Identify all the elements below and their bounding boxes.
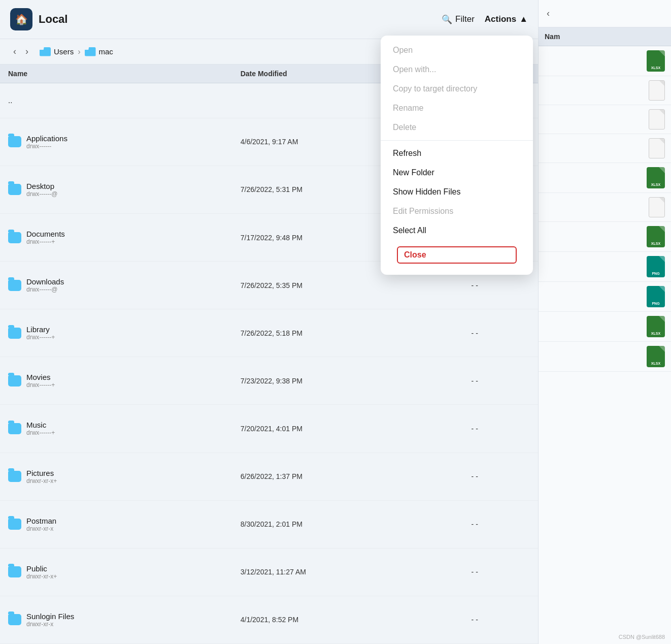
file-permissions: drwx------+: [26, 381, 55, 389]
right-file-item[interactable]: XLSX: [539, 342, 671, 372]
breadcrumb-nav: ‹ ›: [10, 45, 31, 58]
xlsx-file-icon: XLSX: [647, 226, 665, 247]
breadcrumb-separator: ›: [78, 47, 80, 56]
dropdown-item-copy-to-target-directory: Copy to target directory: [381, 79, 533, 99]
file-size: - -: [463, 357, 538, 405]
file-date: 7/23/2022, 9:38 PM: [232, 357, 463, 405]
xlsx-file-icon: XLSX: [647, 50, 665, 72]
right-file-list: XLSXXLSXXLSXPNGPNGXLSXXLSX: [539, 46, 671, 644]
filter-button[interactable]: 🔍 Filter: [442, 14, 475, 25]
folder-icon-users: [40, 47, 51, 56]
folder-icon: [8, 375, 21, 387]
dropdown-item-show-hidden-files[interactable]: Show Hidden Files: [381, 182, 533, 202]
file-name: Movies: [26, 373, 55, 381]
app-icon: 🏠: [10, 8, 32, 30]
file-date: 4/1/2021, 8:52 PM: [232, 596, 463, 643]
folder-icon: [8, 519, 21, 530]
folder-icon: [8, 328, 21, 339]
home-icon: 🏠: [15, 13, 28, 25]
right-panel: ‹ Nam XLSXXLSXXLSXPNGPNGXLSXXLSX CSDN @S…: [538, 0, 671, 644]
file-name: Desktop: [26, 182, 58, 190]
table-row[interactable]: Picturesdrwxr-xr-x+6/26/2022, 1:37 PM- -: [0, 453, 538, 500]
right-file-item[interactable]: PNG: [539, 252, 671, 282]
table-row[interactable]: Postmandrwxr-xr-x8/30/2021, 2:01 PM- -: [0, 500, 538, 548]
chevron-up-icon: ▲: [519, 14, 528, 24]
file-date: 7/26/2022, 5:18 PM: [232, 309, 463, 357]
folder-icon: [8, 423, 21, 434]
dropdown-divider: [381, 140, 533, 141]
right-file-item[interactable]: PNG: [539, 282, 671, 312]
header-left: 🏠 Local: [10, 8, 68, 30]
folder-icon: [8, 614, 21, 625]
right-panel-back-button[interactable]: ‹: [547, 8, 550, 19]
right-panel-header: ‹: [539, 0, 671, 27]
right-file-item[interactable]: [539, 134, 671, 163]
actions-button[interactable]: Actions ▲: [485, 14, 528, 24]
file-name: Postman: [26, 517, 56, 525]
file-size: - -: [463, 500, 538, 548]
dropdown-item-open: Open: [381, 41, 533, 60]
file-permissions: drwx------+: [26, 429, 55, 436]
forward-button[interactable]: ›: [22, 45, 31, 58]
file-date: 3/12/2021, 11:27 AM: [232, 548, 463, 596]
actions-dropdown: OpenOpen with...Copy to target directory…: [381, 36, 533, 275]
file-name: Library: [26, 325, 55, 334]
file-name: Public: [26, 564, 57, 573]
right-file-item[interactable]: XLSX: [539, 46, 671, 76]
file-name: Pictures: [26, 469, 57, 477]
table-row[interactable]: Librarydrwx------+7/26/2022, 5:18 PM- -: [0, 309, 538, 357]
header: 🏠 Local 🔍 Filter Actions ▲: [0, 0, 538, 39]
back-button[interactable]: ‹: [10, 45, 19, 58]
file-permissions: drwx------@: [26, 286, 64, 293]
left-panel: 🏠 Local 🔍 Filter Actions ▲ ‹ › Users ›: [0, 0, 538, 644]
right-file-item[interactable]: XLSX: [539, 163, 671, 193]
app-title: Local: [39, 13, 68, 26]
file-name: Downloads: [26, 277, 64, 286]
watermark: CSDN @Sunlit688: [619, 634, 665, 640]
file-name: Music: [26, 421, 55, 429]
file-permissions: drwxr-xr-x+: [26, 477, 57, 485]
dropdown-item-new-folder[interactable]: New Folder: [381, 163, 533, 182]
doc-file-icon: [649, 80, 665, 101]
file-size: - -: [463, 548, 538, 596]
file-permissions: drwx------: [26, 143, 68, 150]
right-file-item[interactable]: [539, 105, 671, 134]
close-menu-item[interactable]: Close: [381, 240, 533, 270]
folder-icon: [8, 136, 21, 147]
breadcrumb-item-users[interactable]: Users: [40, 47, 74, 56]
table-row[interactable]: Moviesdrwx------+7/23/2022, 9:38 PM- -: [0, 357, 538, 405]
file-size: - -: [463, 596, 538, 643]
header-right: 🔍 Filter Actions ▲: [442, 14, 528, 25]
file-permissions: drwxr-xr-x+: [26, 573, 57, 580]
file-permissions: drwxr-xr-x: [26, 525, 56, 532]
table-row[interactable]: Publicdrwxr-xr-x+3/12/2021, 11:27 AM- -: [0, 548, 538, 596]
png-file-icon: PNG: [647, 256, 665, 277]
folder-icon-mac: [85, 47, 96, 56]
breadcrumb-item-mac[interactable]: mac: [85, 47, 113, 56]
file-size: - -: [463, 453, 538, 500]
folder-icon: [8, 232, 21, 243]
file-size: - -: [463, 309, 538, 357]
folder-icon: [8, 471, 21, 482]
file-name: Documents: [26, 230, 65, 238]
folder-icon: [8, 280, 21, 291]
right-file-item[interactable]: XLSX: [539, 312, 671, 342]
dropdown-item-select-all[interactable]: Select All: [381, 221, 533, 240]
search-icon: 🔍: [442, 14, 452, 25]
right-file-item[interactable]: XLSX: [539, 222, 671, 252]
col-name: Name: [0, 65, 232, 83]
dropdown-item-refresh[interactable]: Refresh: [381, 144, 533, 163]
file-name: Sunlogin Files: [26, 612, 74, 621]
right-file-item[interactable]: [539, 193, 671, 222]
file-permissions: drwx------+: [26, 334, 55, 341]
file-date: 6/26/2022, 1:37 PM: [232, 453, 463, 500]
file-date: 8/30/2021, 2:01 PM: [232, 500, 463, 548]
file-permissions: drwxr-xr-x: [26, 621, 74, 628]
folder-icon: [8, 566, 21, 577]
right-file-item[interactable]: [539, 76, 671, 105]
doc-file-icon: [649, 138, 665, 158]
dropdown-item-open-with...: Open with...: [381, 60, 533, 79]
table-row[interactable]: Sunlogin Filesdrwxr-xr-x4/1/2021, 8:52 P…: [0, 596, 538, 643]
table-row[interactable]: Musicdrwx------+7/20/2021, 4:01 PM- -: [0, 405, 538, 453]
xlsx-file-icon: XLSX: [647, 167, 665, 188]
